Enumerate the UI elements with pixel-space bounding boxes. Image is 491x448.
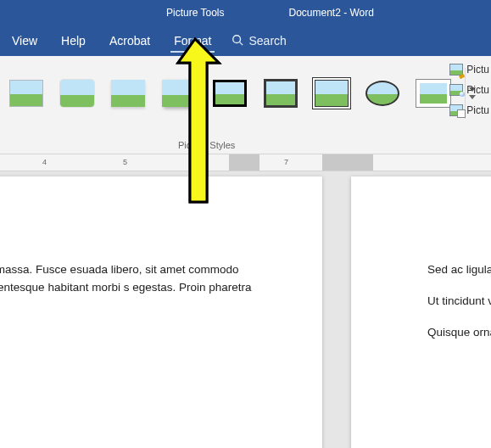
- picture-border-label: Pictu: [466, 64, 489, 76]
- ribbon-format: Picture Styles Pictu Pictu Pictu: [0, 56, 491, 154]
- picture-layout-button[interactable]: Pictu: [449, 102, 489, 119]
- ruler-number: 6: [204, 158, 208, 166]
- body-text[interactable]: Sed ac ligula. cursus portti: [427, 261, 491, 279]
- page-1[interactable]: t. Maecenas porttitor congue massa. Fusc…: [0, 176, 322, 448]
- search-icon: [232, 34, 243, 48]
- picture-style-option[interactable]: [159, 76, 198, 110]
- search-label: Search: [248, 34, 286, 48]
- contextual-tab-picture-tools: Picture Tools: [153, 3, 237, 23]
- picture-effects-button[interactable]: Pictu: [449, 81, 489, 98]
- picture-styles-gallery: [0, 56, 491, 126]
- ribbon-group-label: Picture Styles: [178, 140, 235, 150]
- body-text[interactable]: Quisque orna posuere velit augue. Nam t: [427, 324, 491, 342]
- picture-style-option[interactable]: [210, 76, 249, 110]
- picture-style-commands: Pictu Pictu Pictu: [449, 61, 491, 119]
- title-bar: Picture Tools Document2 - Word: [0, 0, 491, 25]
- picture-style-option[interactable]: [261, 76, 300, 110]
- svg-line-1: [240, 42, 243, 45]
- picture-layout-icon: [449, 104, 463, 116]
- picture-effects-icon: [449, 84, 463, 96]
- picture-border-icon: [449, 64, 463, 76]
- tab-acrobat[interactable]: Acrobat: [98, 25, 162, 56]
- ruler-page-gap: [322, 154, 373, 171]
- ruler-number: 5: [123, 158, 127, 166]
- tab-view[interactable]: View: [0, 25, 49, 56]
- picture-layout-label: Pictu: [466, 104, 489, 116]
- page-2[interactable]: Sed ac ligula. cursus portti Ut tincidun…: [351, 176, 491, 448]
- picture-effects-label: Pictu: [466, 84, 489, 96]
- horizontal-ruler[interactable]: 4 5 6 7: [0, 154, 491, 171]
- ruler-margin-gap: [229, 154, 259, 171]
- tab-format[interactable]: Format: [162, 25, 223, 56]
- picture-style-option[interactable]: [363, 76, 402, 110]
- svg-point-0: [233, 35, 241, 42]
- tab-help[interactable]: Help: [49, 25, 98, 56]
- document-canvas[interactable]: t. Maecenas porttitor congue massa. Fusc…: [0, 171, 491, 448]
- ruler-number: 4: [42, 158, 47, 166]
- body-text[interactable]: Ut tincidunt v posuere quam Maecenas pe …: [427, 293, 491, 311]
- picture-style-option[interactable]: [7, 76, 46, 110]
- ribbon-tabs: View Help Acrobat Format Search: [0, 25, 491, 56]
- picture-border-button[interactable]: Pictu: [449, 61, 489, 78]
- picture-style-option[interactable]: [312, 76, 351, 110]
- picture-style-option[interactable]: [58, 76, 97, 110]
- document-title: Document2 - Word: [288, 7, 373, 19]
- tell-me-search[interactable]: Search: [232, 34, 286, 48]
- picture-style-option[interactable]: [109, 76, 148, 110]
- body-text[interactable]: t. Maecenas porttitor congue massa. Fusc…: [0, 261, 271, 315]
- ruler-number: 7: [284, 158, 288, 166]
- picture-style-option[interactable]: [414, 76, 453, 110]
